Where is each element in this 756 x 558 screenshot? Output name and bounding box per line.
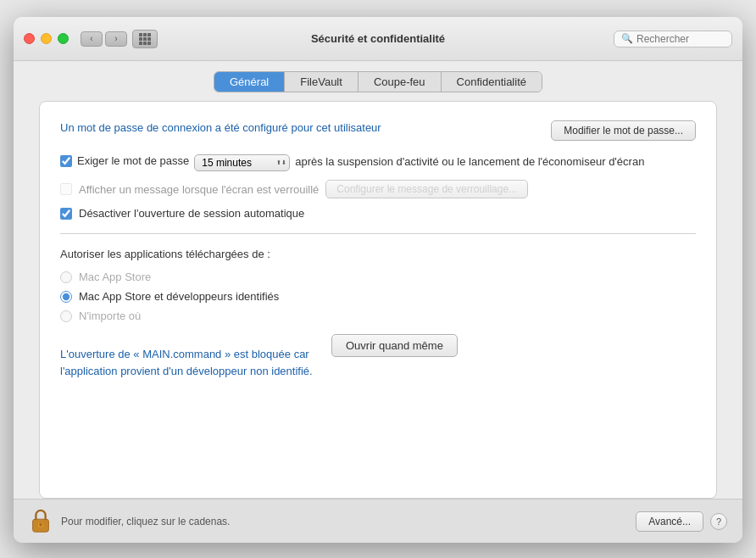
- window-title: Sécurité et confidentialité: [311, 32, 445, 45]
- disable-autologin-row: Désactiver l'ouverture de session automa…: [60, 207, 696, 220]
- traffic-lights: [24, 33, 69, 44]
- configure-message-button[interactable]: Configurer le message de verrouillage...: [325, 180, 528, 198]
- lock-icon: [29, 508, 53, 535]
- tabs-group: Général FileVault Coupe-feu Confidential…: [214, 71, 542, 92]
- settings-panel: Un mot de passe de connexion a été confi…: [39, 101, 717, 499]
- maximize-button[interactable]: [58, 33, 69, 44]
- open-anyway-button[interactable]: Ouvrir quand même: [331, 334, 458, 357]
- after-timeout-text: après la suspension d'activité ou le lan…: [295, 154, 644, 170]
- tabs-bar: Général FileVault Coupe-feu Confidential…: [14, 61, 742, 101]
- radio-mac-store[interactable]: [60, 271, 72, 283]
- radio-anywhere[interactable]: [60, 310, 72, 322]
- lock-text: Pour modifier, cliquez sur le cadenas.: [61, 516, 636, 527]
- help-button[interactable]: ?: [710, 513, 727, 530]
- show-message-checkbox[interactable]: [60, 183, 72, 195]
- radio-mac-store-row: Mac App Store: [60, 271, 696, 283]
- close-button[interactable]: [24, 33, 35, 44]
- radio-anywhere-label: N'importe où: [79, 310, 141, 322]
- require-password-row: Exiger le mot de passe immédiatement 5 s…: [60, 154, 696, 171]
- nav-buttons: ‹ ›: [81, 31, 127, 47]
- timeout-select[interactable]: immédiatement 5 secondes 1 minute 5 minu…: [194, 154, 290, 171]
- timeout-select-wrapper: immédiatement 5 secondes 1 minute 5 minu…: [194, 154, 290, 171]
- grid-button[interactable]: [132, 30, 158, 48]
- disable-autologin-label: Désactiver l'ouverture de session automa…: [79, 207, 304, 220]
- show-message-row: Afficher un message lorsque l'écran est …: [60, 180, 696, 198]
- content-area: Un mot de passe de connexion a été confi…: [14, 101, 742, 499]
- grid-icon: [139, 33, 151, 45]
- svg-point-2: [39, 522, 42, 526]
- password-section: Un mot de passe de connexion a été confi…: [60, 120, 696, 141]
- require-password-checkbox[interactable]: [60, 155, 72, 167]
- show-message-label: Afficher un message lorsque l'écran est …: [79, 183, 319, 196]
- download-section-title: Autoriser les applications téléchargées …: [60, 248, 696, 260]
- radio-anywhere-row: N'importe où: [60, 310, 696, 322]
- radio-mac-store-dev[interactable]: [60, 291, 72, 303]
- tab-privacy[interactable]: Confidentialité: [442, 72, 542, 92]
- blocked-app-section: L'ouverture de « MAIN.command » est bloq…: [60, 334, 696, 379]
- advanced-button[interactable]: Avancé...: [636, 511, 703, 532]
- radio-mac-store-label: Mac App Store: [79, 271, 151, 283]
- section-divider: [60, 233, 696, 234]
- radio-mac-store-dev-label: Mac App Store et développeurs identifiés: [79, 290, 279, 303]
- search-icon: 🔍: [621, 33, 633, 44]
- minimize-button[interactable]: [41, 33, 52, 44]
- search-input[interactable]: [636, 33, 725, 45]
- bottom-bar: Pour modifier, cliquez sur le cadenas. A…: [14, 499, 742, 543]
- blocked-app-text: L'ouverture de « MAIN.command » est bloq…: [60, 346, 314, 379]
- tab-general[interactable]: Général: [214, 72, 285, 92]
- titlebar: ‹ › Sécurité et confidentialité 🔍: [14, 17, 742, 61]
- radio-mac-store-dev-row: Mac App Store et développeurs identifiés: [60, 290, 696, 303]
- tab-filevault[interactable]: FileVault: [285, 72, 359, 92]
- require-password-label: Exiger le mot de passe: [77, 154, 189, 167]
- disable-autologin-checkbox[interactable]: [60, 208, 72, 220]
- forward-button[interactable]: ›: [105, 31, 127, 47]
- search-box[interactable]: 🔍: [614, 31, 732, 47]
- back-button[interactable]: ‹: [81, 31, 103, 47]
- password-info-text: Un mot de passe de connexion a été confi…: [60, 120, 537, 136]
- tab-firewall[interactable]: Coupe-feu: [359, 72, 442, 92]
- modify-password-button[interactable]: Modifier le mot de passe...: [551, 120, 696, 141]
